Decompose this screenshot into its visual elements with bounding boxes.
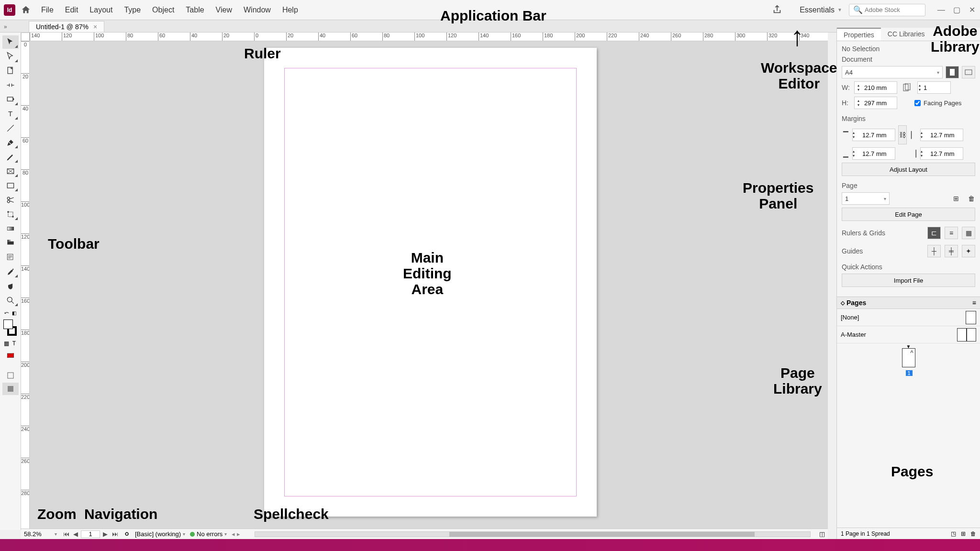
status-expand-icon[interactable]: ◂ ▸	[232, 530, 240, 538]
fill-color-icon[interactable]	[3, 320, 13, 329]
document-page[interactable]	[264, 48, 597, 517]
home-icon[interactable]	[20, 4, 32, 16]
master-a-thumb-right[interactable]	[967, 328, 976, 342]
pages-thumbnails-area[interactable]: A 1	[837, 343, 980, 528]
current-page-input[interactable]	[81, 530, 100, 538]
margin-outside-field[interactable]	[928, 150, 957, 157]
adobe-stock-search[interactable]: 🔍	[849, 4, 925, 16]
height-input[interactable]: ▴▾	[854, 97, 897, 109]
preflight-errors-label[interactable]: No errors	[197, 530, 223, 538]
margin-top-field[interactable]	[860, 132, 889, 139]
zoom-value[interactable]: 58.2%	[24, 530, 53, 538]
menu-view[interactable]: View	[211, 4, 237, 16]
eyedropper-tool[interactable]	[2, 265, 19, 278]
margin-outside-input[interactable]: ▴▾	[920, 147, 963, 160]
document-tab[interactable]: Untitled-1 @ 87% ×	[29, 21, 104, 32]
menu-table[interactable]: Table	[181, 4, 209, 16]
menu-layout[interactable]: Layout	[85, 4, 117, 16]
formatting-container-icon[interactable]: ▦	[3, 339, 11, 348]
horizontal-scrollbar[interactable]	[255, 531, 811, 537]
master-a-thumb-left[interactable]	[957, 328, 967, 342]
direct-selection-tool[interactable]	[2, 50, 19, 63]
master-none-row[interactable]: [None]	[837, 309, 980, 326]
selection-tool[interactable]	[2, 35, 19, 49]
height-field[interactable]	[862, 99, 891, 107]
menu-window[interactable]: Window	[239, 4, 276, 16]
vertical-ruler[interactable]: 020406080100120140160180200220240260280	[21, 41, 30, 532]
workspace-selector[interactable]: Essentials ▼	[795, 4, 847, 16]
guides-lock-icon[interactable]: ╪	[945, 245, 958, 257]
view-mode-normal-icon[interactable]	[2, 369, 19, 382]
master-a-row[interactable]: A-Master	[837, 326, 980, 343]
hand-tool[interactable]	[2, 279, 19, 293]
free-transform-tool[interactable]	[2, 208, 19, 221]
orientation-portrait-icon[interactable]	[946, 66, 959, 78]
page-number-select[interactable]: 1 ▾	[842, 192, 890, 205]
content-collector-tool[interactable]	[2, 93, 19, 106]
swap-fill-stroke-icon[interactable]: ⤺	[3, 308, 11, 318]
line-tool[interactable]	[2, 121, 19, 135]
pages-panel-menu-icon[interactable]: ≡	[972, 299, 976, 307]
tab-cc-libraries[interactable]: CC Libraries	[881, 28, 932, 41]
horizontal-ruler[interactable]: 1401201008060402002040608010012014016018…	[30, 33, 828, 41]
view-mode-preview-icon[interactable]	[2, 383, 19, 395]
canvas-area[interactable]	[30, 41, 828, 532]
margin-inside-input[interactable]: ▴▾	[920, 129, 963, 141]
panel-collapse-icon[interactable]: »	[971, 28, 980, 41]
next-page-button[interactable]: ▶	[101, 530, 110, 538]
pencil-tool[interactable]	[2, 150, 19, 164]
last-page-button[interactable]: ⏭	[111, 530, 119, 538]
tab-properties[interactable]: Properties	[837, 28, 881, 41]
rectangle-frame-tool[interactable]	[2, 165, 19, 178]
minimize-icon[interactable]: —	[937, 6, 946, 14]
open-icon[interactable]: ⭘	[124, 530, 130, 538]
type-tool[interactable]: T	[2, 107, 19, 121]
delete-page-footer-icon[interactable]: 🗑	[970, 530, 976, 537]
smart-guides-icon[interactable]: ✦	[962, 245, 975, 257]
rulers-toggle-icon[interactable]: ⊏	[927, 227, 941, 239]
tab-close-icon[interactable]: ×	[93, 23, 97, 31]
margin-top-input[interactable]: ▴▾	[852, 129, 895, 141]
baseline-grid-icon[interactable]: ≡	[945, 227, 958, 239]
pages-panel-header[interactable]: ◇ Pages ≡	[837, 297, 980, 309]
apply-color-icon[interactable]	[2, 349, 19, 363]
prev-page-button[interactable]: ◀	[71, 530, 80, 538]
link-margins-icon[interactable]: ⛓	[898, 125, 907, 144]
delete-page-icon[interactable]: 🗑	[968, 195, 975, 202]
maximize-icon[interactable]: ▢	[952, 6, 961, 14]
orientation-landscape-icon[interactable]	[962, 66, 975, 78]
split-view-icon[interactable]: ◫	[819, 530, 825, 538]
pages-count-input[interactable]: ▴▾	[917, 81, 951, 94]
width-field[interactable]	[862, 84, 891, 91]
page-size-select[interactable]: A4 ▾	[842, 66, 943, 78]
page-tool[interactable]	[2, 64, 19, 77]
note-tool[interactable]	[2, 251, 19, 264]
document-grid-icon[interactable]: ▦	[962, 227, 975, 239]
adjust-layout-button[interactable]: Adjust Layout	[842, 163, 975, 176]
default-fill-stroke-icon[interactable]: ◧	[11, 308, 18, 318]
margin-bottom-input[interactable]: ▴▾	[852, 147, 895, 160]
create-new-page-icon[interactable]: ⊞	[961, 530, 966, 537]
ruler-origin[interactable]	[21, 33, 30, 41]
preflight-chevron-icon[interactable]: ▾	[183, 531, 185, 537]
menu-file[interactable]: File	[36, 4, 58, 16]
gap-tool[interactable]	[2, 78, 19, 92]
margin-inside-field[interactable]	[928, 132, 957, 139]
import-file-button[interactable]: Import File	[842, 274, 975, 287]
zoom-tool[interactable]	[2, 294, 19, 307]
fill-stroke-control[interactable]	[2, 319, 19, 338]
gradient-swatch-tool[interactable]	[2, 222, 19, 235]
facing-pages-checkbox[interactable]	[914, 100, 921, 106]
menu-object[interactable]: Object	[147, 4, 179, 16]
zoom-chevron-icon[interactable]: ▾	[55, 531, 57, 537]
scrollbar-thumb[interactable]	[449, 532, 755, 537]
scissors-tool[interactable]	[2, 193, 19, 207]
width-input[interactable]: ▴▾	[854, 81, 897, 94]
preflight-profile-label[interactable]: [Basic] (working)	[135, 530, 181, 538]
panel-expand-icon[interactable]: »	[4, 23, 7, 30]
guides-show-icon[interactable]: ┼	[927, 245, 941, 257]
menu-help[interactable]: Help	[278, 4, 303, 16]
pages-count-field[interactable]	[922, 84, 950, 91]
first-page-button[interactable]: ⏮	[62, 530, 70, 538]
page-1-thumb[interactable]: A	[902, 348, 915, 367]
